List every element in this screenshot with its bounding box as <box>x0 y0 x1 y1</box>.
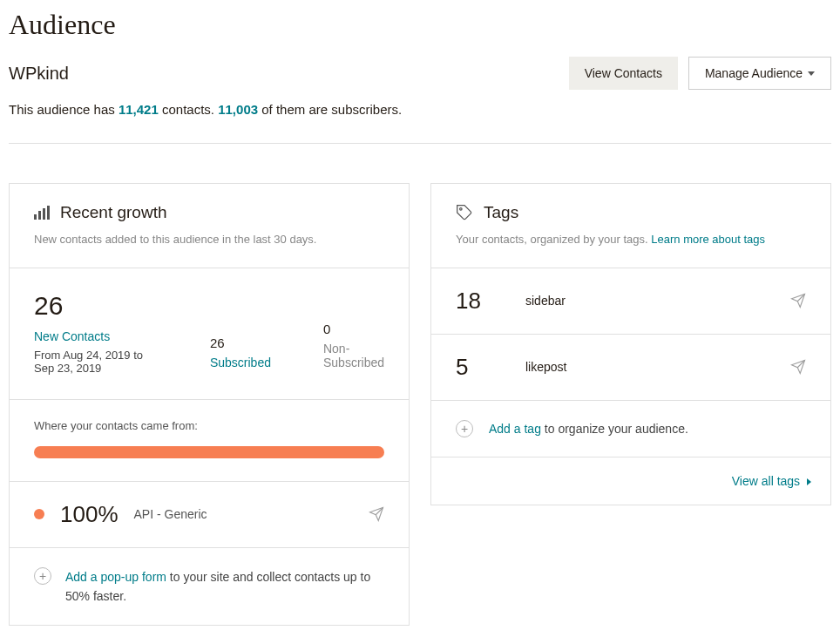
add-tag-text: Add a tag to organize your audience. <box>489 422 688 436</box>
tag-row[interactable]: 5 likepost <box>431 335 830 401</box>
view-all-tags-row: View all tags <box>431 457 830 505</box>
nonsub-label: Non-Subscribed <box>323 342 384 369</box>
plus-icon[interactable]: + <box>34 567 51 585</box>
tags-panel: Tags Your contacts, organized by your ta… <box>430 183 831 505</box>
tag-name: likepost <box>525 360 790 374</box>
tags-header: Tags Your contacts, organized by your ta… <box>431 184 830 268</box>
header-row: WPkind View Contacts Manage Audience <box>9 57 831 90</box>
header-buttons: View Contacts Manage Audience <box>569 57 831 90</box>
manage-audience-label: Manage Audience <box>705 66 803 80</box>
chevron-down-icon <box>808 71 815 76</box>
new-contacts-label[interactable]: New Contacts <box>34 329 158 343</box>
growth-title: Recent growth <box>60 203 167 222</box>
new-contacts-count: 26 <box>34 291 158 321</box>
chevron-right-icon <box>807 478 811 485</box>
tags-title: Tags <box>484 203 518 222</box>
tags-subtitle-prefix: Your contacts, organized by your tags. <box>456 233 651 246</box>
bar-chart-icon <box>34 206 50 220</box>
audience-name: WPkind <box>9 64 69 84</box>
popup-hint-text: Add a pop-up form to your site and colle… <box>65 567 384 607</box>
plus-icon[interactable]: + <box>456 420 473 437</box>
tag-name: sidebar <box>525 294 790 308</box>
growth-subtitle: New contacts added to this audience in t… <box>34 231 384 248</box>
svg-rect-2 <box>43 208 45 220</box>
svg-rect-1 <box>38 211 41 220</box>
growth-stats: 26 New Contacts From Aug 24, 2019 to Sep… <box>10 268 409 400</box>
growth-title-row: Recent growth <box>34 203 384 222</box>
svg-rect-3 <box>47 206 50 220</box>
contacts-count-link[interactable]: 11,421 <box>119 102 159 117</box>
send-icon[interactable] <box>369 506 384 522</box>
source-row: 100% API - Generic <box>10 482 409 548</box>
tag-row[interactable]: 18 sidebar <box>431 268 830 335</box>
add-popup-form-link[interactable]: Add a pop-up form <box>65 570 166 584</box>
svg-rect-0 <box>34 214 37 220</box>
tags-title-row: Tags <box>456 203 806 222</box>
growth-date-range: From Aug 24, 2019 to Sep 23, 2019 <box>34 349 158 375</box>
view-contacts-button[interactable]: View Contacts <box>569 57 678 90</box>
tag-icon <box>456 204 473 221</box>
nonsub-count: 0 <box>323 322 384 336</box>
subscribed-stat: 26 Subscribed <box>210 335 271 375</box>
source-percent: 100% <box>60 501 119 528</box>
view-all-label: View all tags <box>732 474 800 488</box>
send-icon[interactable] <box>790 293 806 308</box>
tags-subtitle: Your contacts, organized by your tags. L… <box>456 231 806 248</box>
recent-growth-panel: Recent growth New contacts added to this… <box>9 183 410 626</box>
add-tag-link[interactable]: Add a tag <box>489 422 541 436</box>
subscribed-label[interactable]: Subscribed <box>210 356 271 369</box>
tag-count: 5 <box>456 354 525 381</box>
nonsub-stat: 0 Non-Subscribed <box>323 322 384 375</box>
svg-point-4 <box>460 208 463 211</box>
view-all-tags-link[interactable]: View all tags <box>732 474 811 488</box>
learn-more-tags-link[interactable]: Learn more about tags <box>651 233 765 246</box>
source-name: API - Generic <box>134 507 354 521</box>
add-tag-row: + Add a tag to organize your audience. <box>431 401 830 457</box>
subscribers-count-link[interactable]: 11,003 <box>218 102 258 117</box>
tag-count: 18 <box>456 288 525 315</box>
source-chart-section: Where your contacts came from: <box>10 400 409 482</box>
summary-mid: contacts. <box>159 102 218 117</box>
subscribed-count: 26 <box>210 335 271 350</box>
audience-summary: This audience has 11,421 contacts. 11,00… <box>9 102 831 144</box>
growth-header: Recent growth New contacts added to this… <box>10 184 409 268</box>
source-bar <box>34 446 384 458</box>
summary-suffix: of them are subscribers. <box>258 102 402 117</box>
new-contacts-stat: 26 New Contacts From Aug 24, 2019 to Sep… <box>34 291 158 375</box>
panels: Recent growth New contacts added to this… <box>9 183 831 626</box>
manage-audience-button[interactable]: Manage Audience <box>688 57 831 90</box>
source-color-dot <box>34 509 44 519</box>
summary-prefix: This audience has <box>9 102 119 117</box>
page-title: Audience <box>9 9 831 41</box>
popup-hint-row: + Add a pop-up form to your site and col… <box>10 548 409 626</box>
send-icon[interactable] <box>790 359 806 375</box>
add-tag-rest: to organize your audience. <box>541 422 688 436</box>
where-label: Where your contacts came from: <box>34 419 384 432</box>
